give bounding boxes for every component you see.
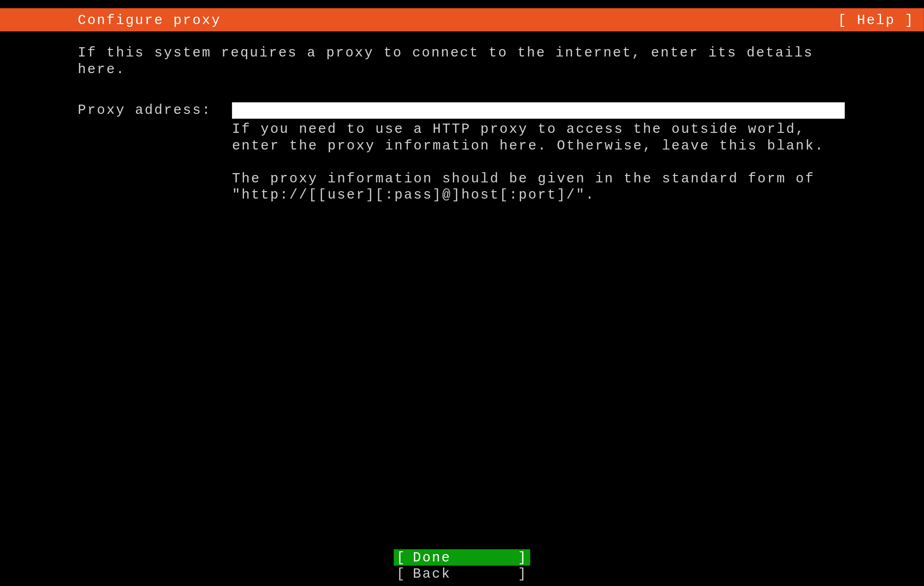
- proxy-right-column: If you need to use a HTTP proxy to acces…: [232, 102, 846, 203]
- header-bar: Configure proxy [ Help ]: [0, 8, 924, 31]
- footer-buttons: [ Done ] [ Back ]: [0, 549, 924, 582]
- bracket-left-icon: [: [396, 566, 406, 582]
- help-button[interactable]: [ Help ]: [838, 12, 914, 28]
- back-button[interactable]: [ Back ]: [393, 566, 530, 582]
- proxy-form-row: Proxy address: If you need to use a HTTP…: [78, 102, 846, 203]
- content-area: If this system requires a proxy to conne…: [0, 31, 924, 203]
- back-label: Back: [406, 566, 518, 582]
- top-border: [0, 0, 924, 8]
- done-label: Done: [406, 549, 518, 565]
- intro-text: If this system requires a proxy to conne…: [78, 45, 846, 78]
- done-button[interactable]: [ Done ]: [393, 549, 530, 566]
- proxy-help-text-2: The proxy information should be given in…: [232, 171, 846, 204]
- proxy-address-input[interactable]: [232, 102, 845, 118]
- page-title: Configure proxy: [78, 12, 221, 28]
- proxy-address-label: Proxy address:: [78, 102, 232, 118]
- bracket-right-icon: ]: [518, 549, 528, 565]
- bracket-left-icon: [: [396, 549, 406, 565]
- bracket-right-icon: ]: [518, 566, 528, 582]
- proxy-help-text-1: If you need to use a HTTP proxy to acces…: [232, 121, 846, 154]
